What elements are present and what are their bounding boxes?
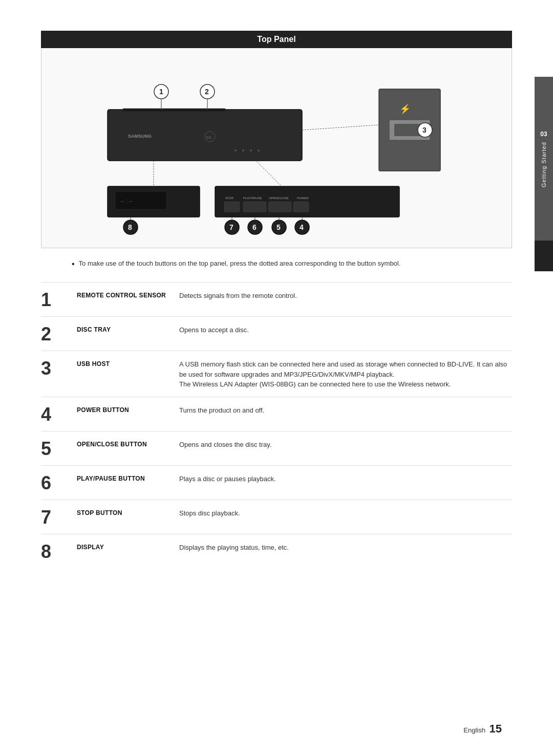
- svg-text:SAMSUNG: SAMSUNG: [128, 134, 152, 139]
- feature-number-3: 3: [41, 358, 77, 378]
- section-number: 03: [540, 131, 547, 138]
- feature-row-5: 5 OPEN/CLOSE BUTTON Opens and closes the…: [41, 431, 512, 465]
- svg-rect-8: [123, 109, 225, 112]
- feature-name-4: POWER BUTTON: [77, 404, 179, 414]
- svg-rect-19: [243, 202, 266, 212]
- feature-name-7: STOP BUTTON: [77, 507, 179, 516]
- feature-name-1: REMOTE CONTROL SENSOR: [77, 290, 179, 299]
- feature-desc-3: A USB memory flash stick can be connecte…: [179, 358, 512, 390]
- feature-number-6: 6: [41, 473, 77, 492]
- svg-text:STOP: STOP: [225, 197, 233, 200]
- footer-page-number: 15: [490, 722, 502, 735]
- feature-name-2: DISC TRAY: [77, 324, 179, 333]
- feature-name-8: DISPLAY: [77, 542, 179, 551]
- svg-text:Bd: Bd: [206, 135, 211, 140]
- svg-text:OPEN/CLOSE: OPEN/CLOSE: [269, 197, 289, 200]
- svg-point-6: [250, 149, 252, 152]
- feature-number-4: 4: [41, 404, 77, 424]
- feature-desc-8: Displays the playing status, time, etc.: [179, 542, 512, 553]
- diagram-area: SAMSUNG Bd ⚡: [41, 48, 512, 248]
- svg-rect-18: [224, 202, 240, 212]
- note-bullet: •: [72, 258, 75, 270]
- page-footer: English 15: [463, 722, 502, 736]
- feature-name-6: PLAY/PAUSE BUTTON: [77, 473, 179, 482]
- feature-name-3: USB HOST: [77, 358, 179, 368]
- svg-text:5: 5: [276, 223, 281, 231]
- svg-line-26: [256, 161, 282, 186]
- svg-point-5: [242, 149, 244, 152]
- feature-number-2: 2: [41, 324, 77, 343]
- svg-text:⚡: ⚡: [399, 103, 411, 115]
- svg-text:6: 6: [252, 223, 257, 231]
- note-text: To make use of the touch buttons on the …: [79, 258, 401, 269]
- top-panel-diagram: SAMSUNG Bd ⚡: [77, 63, 476, 237]
- feature-desc-6: Plays a disc or pauses playback.: [179, 473, 512, 484]
- svg-text:POWER: POWER: [297, 197, 309, 200]
- svg-text:4: 4: [300, 223, 304, 231]
- sidebar-accent-bar: [535, 241, 553, 271]
- feature-number-7: 7: [41, 507, 77, 527]
- page-container: 03 Getting Started Top Panel SAMSUNG Bd: [0, 0, 553, 756]
- section-header-title: Top Panel: [257, 35, 295, 44]
- feature-row-6: 6 PLAY/PAUSE BUTTON Plays a disc or paus…: [41, 465, 512, 500]
- section-title: Getting Started: [541, 142, 547, 187]
- feature-number-8: 8: [41, 542, 77, 561]
- svg-text:2: 2: [205, 88, 209, 96]
- feature-desc-4: Turns the product on and off.: [179, 404, 512, 416]
- svg-text:8: 8: [128, 223, 132, 231]
- feature-list: 1 REMOTE CONTROL SENSOR Detects signals …: [41, 282, 512, 568]
- svg-rect-21: [293, 202, 309, 212]
- note-area: • To make use of the touch buttons on th…: [41, 258, 512, 270]
- svg-text:7: 7: [229, 223, 233, 231]
- feature-desc-5: Opens and closes the disc tray.: [179, 439, 512, 450]
- feature-number-5: 5: [41, 439, 77, 458]
- feature-row-4: 4 POWER BUTTON Turns the product on and …: [41, 397, 512, 431]
- feature-row-1: 1 REMOTE CONTROL SENSOR Detects signals …: [41, 282, 512, 316]
- feature-desc-7: Stops disc playback.: [179, 507, 512, 519]
- diagram-svg: SAMSUNG Bd ⚡: [52, 63, 501, 237]
- svg-line-27: [302, 125, 379, 130]
- feature-number-1: 1: [41, 290, 77, 309]
- svg-text:PLAY/PAUSE: PLAY/PAUSE: [243, 197, 262, 200]
- footer-language: English: [463, 726, 485, 734]
- feature-row-2: 2 DISC TRAY Opens to accept a disc.: [41, 316, 512, 351]
- svg-text:-- : --: -- : --: [120, 198, 133, 204]
- feature-name-5: OPEN/CLOSE BUTTON: [77, 439, 179, 448]
- svg-point-4: [235, 149, 237, 152]
- sidebar-tab: 03 Getting Started: [535, 77, 553, 241]
- svg-text:1: 1: [159, 88, 163, 96]
- feature-desc-1: Detects signals from the remote control.: [179, 290, 512, 301]
- svg-text:3: 3: [422, 126, 427, 134]
- svg-rect-20: [268, 202, 291, 212]
- section-header: Top Panel: [41, 31, 512, 48]
- svg-point-7: [258, 149, 260, 152]
- feature-row-3: 3 USB HOST A USB memory flash stick can …: [41, 351, 512, 397]
- feature-desc-2: Opens to accept a disc.: [179, 324, 512, 335]
- feature-row-8: 8 DISPLAY Displays the playing status, t…: [41, 534, 512, 568]
- feature-row-7: 7 STOP BUTTON Stops disc playback.: [41, 500, 512, 534]
